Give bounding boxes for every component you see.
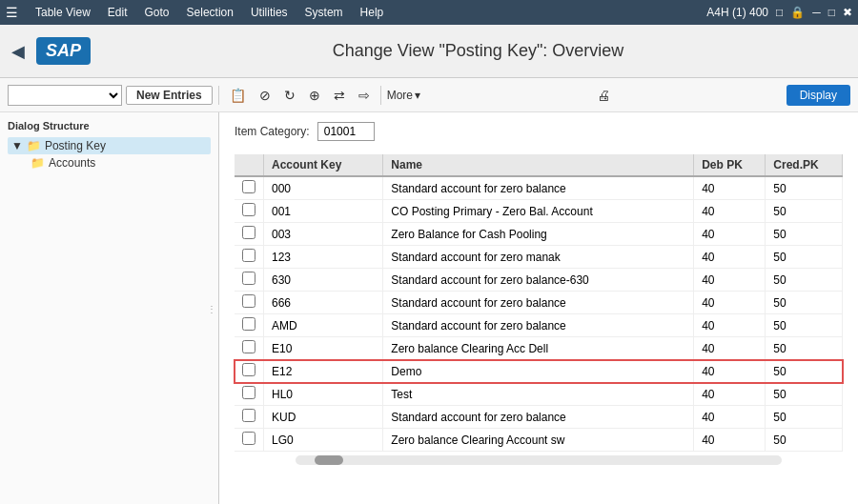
table-row[interactable]: HL0Test4050	[235, 383, 843, 406]
row-checkbox[interactable]	[242, 226, 255, 239]
row-checkbox[interactable]	[242, 386, 255, 399]
posting-key-folder-icon: 📁	[27, 139, 41, 152]
menu-bar: ☰ Table View Edit Goto Selection Utiliti…	[0, 0, 858, 25]
toolbar: New Entries 📋 ⊘ ↻ ⊕ ⇄ ⇨ More ▾ 🖨 Display	[0, 78, 858, 112]
table-row[interactable]: KUDStandard account for zero balance4050	[235, 406, 843, 429]
cell-cred-pk: 50	[766, 246, 843, 269]
resize-handle[interactable]: ⋮	[214, 112, 218, 504]
row-checkbox[interactable]	[242, 180, 255, 193]
cell-cred-pk: 50	[766, 337, 843, 360]
cell-name: Standard account for zero balance-630	[383, 269, 694, 292]
cell-name: Test	[383, 383, 694, 406]
cell-account-key: LG0	[264, 429, 383, 452]
undo-icon-btn[interactable]: ↻	[279, 85, 300, 106]
more-chevron-icon: ▾	[415, 89, 420, 102]
row-checkbox[interactable]	[242, 363, 255, 376]
menu-selection[interactable]: Selection	[179, 4, 241, 21]
cell-deb-pk: 40	[694, 200, 766, 223]
maximize-icon[interactable]: □	[828, 6, 835, 19]
printer-button[interactable]: 🖨	[592, 85, 615, 106]
menu-goto[interactable]: Goto	[137, 4, 177, 21]
table-row[interactable]: AMDStandard account for zero balance4050	[235, 314, 843, 337]
table-row[interactable]: 123Standard account for zero manak4050	[235, 246, 843, 269]
export-icon-btn[interactable]: ⇨	[354, 85, 375, 106]
new-entries-button[interactable]: New Entries	[126, 86, 213, 105]
exclude-icon-btn[interactable]: ⊘	[255, 85, 276, 106]
cell-cred-pk: 50	[766, 223, 843, 246]
hamburger-menu[interactable]: ☰	[6, 5, 18, 20]
display-button[interactable]: Display	[786, 85, 850, 106]
table-row[interactable]: E10Zero balance Clearing Acc Dell4050	[235, 337, 843, 360]
cell-cred-pk: 50	[766, 314, 843, 337]
cell-name: Zero Balance for Cash Pooling	[383, 223, 694, 246]
menu-help[interactable]: Help	[353, 4, 392, 21]
cell-deb-pk: 40	[694, 246, 766, 269]
cell-deb-pk: 40	[694, 337, 766, 360]
restore-icon[interactable]: ─	[812, 6, 821, 19]
cell-account-key: 000	[264, 176, 383, 200]
col-header-deb-pk[interactable]: Deb PK	[694, 154, 766, 176]
account-table: Account Key Name Deb PK Cred.PK 000Stand…	[235, 154, 843, 452]
col-header-cred-pk[interactable]: Cred.PK	[766, 154, 843, 176]
horizontal-scrollbar-area	[235, 455, 843, 465]
menu-edit[interactable]: Edit	[100, 4, 135, 21]
row-checkbox[interactable]	[242, 272, 255, 285]
toolbar-separator-2	[380, 86, 381, 105]
tree-item-accounts[interactable]: 📁 Accounts	[27, 154, 211, 171]
row-checkbox[interactable]	[242, 432, 255, 445]
cell-cred-pk: 50	[766, 406, 843, 429]
table-row[interactable]: 001CO Posting Primary - Zero Bal. Accoun…	[235, 200, 843, 223]
table-row[interactable]: LG0Zero balance Clearing Account sw4050	[235, 429, 843, 452]
col-header-name[interactable]: Name	[383, 154, 694, 176]
cell-account-key: AMD	[264, 314, 383, 337]
table-row[interactable]: 666Standard account for zero balance4050	[235, 292, 843, 314]
row-checkbox[interactable]	[242, 409, 255, 422]
close-icon[interactable]: ✖	[843, 6, 852, 19]
cell-deb-pk: 40	[694, 360, 766, 383]
horizontal-scrollbar-thumb[interactable]	[315, 455, 343, 465]
cell-deb-pk: 40	[694, 406, 766, 429]
row-checkbox[interactable]	[242, 340, 255, 353]
row-checkbox[interactable]	[242, 294, 255, 308]
left-panel: Dialog Structure ▼ 📁 Posting Key 📁 Accou…	[0, 112, 219, 504]
cell-cred-pk: 50	[766, 429, 843, 452]
toolbar-select[interactable]	[8, 85, 122, 106]
cell-account-key: 001	[264, 200, 383, 223]
cell-name: Demo	[383, 360, 694, 383]
copy-icon-btn[interactable]: 📋	[225, 85, 251, 106]
lock-icon: 🔒	[790, 6, 805, 19]
accounts-label: Accounts	[49, 156, 95, 170]
move-icon-btn[interactable]: ⇄	[329, 85, 350, 106]
cell-name: Zero balance Clearing Acc Dell	[383, 337, 694, 360]
right-panel: Item Category: 01001 Account Key Name De…	[219, 112, 858, 504]
row-checkbox[interactable]	[242, 317, 255, 331]
table-row[interactable]: 630Standard account for zero balance-630…	[235, 269, 843, 292]
back-button[interactable]: ◀	[11, 41, 25, 62]
menu-system[interactable]: System	[297, 4, 351, 21]
col-header-account-key[interactable]: Account Key	[264, 154, 383, 176]
table-row[interactable]: 003Zero Balance for Cash Pooling4050	[235, 223, 843, 246]
resize-dots-icon: ⋮	[207, 303, 216, 313]
cell-cred-pk: 50	[766, 176, 843, 200]
cell-name: Standard account for zero balance	[383, 406, 694, 429]
cell-name: Zero balance Clearing Account sw	[383, 429, 694, 452]
cell-account-key: 123	[264, 246, 383, 269]
dialog-structure-title: Dialog Structure	[8, 120, 211, 131]
cell-account-key: 003	[264, 223, 383, 246]
page-title: Change View "Posting Key": Overview	[110, 41, 847, 61]
menu-utilities[interactable]: Utilities	[243, 4, 296, 21]
cell-deb-pk: 40	[694, 223, 766, 246]
cell-deb-pk: 40	[694, 269, 766, 292]
expand-icon[interactable]: □	[776, 6, 783, 19]
item-category-row: Item Category: 01001	[235, 122, 843, 141]
cell-account-key: HL0	[264, 383, 383, 406]
menu-tableview[interactable]: Table View	[28, 4, 98, 21]
table-row[interactable]: 000Standard account for zero balance4050	[235, 176, 843, 200]
horizontal-scrollbar[interactable]	[296, 455, 782, 465]
tree-item-posting-key[interactable]: ▼ 📁 Posting Key	[8, 137, 211, 154]
more-button[interactable]: More ▾	[387, 89, 420, 102]
row-checkbox[interactable]	[242, 203, 255, 216]
table-row[interactable]: E12Demo4050	[235, 360, 843, 383]
branch-icon-btn[interactable]: ⊕	[304, 85, 325, 106]
row-checkbox[interactable]	[242, 249, 255, 262]
